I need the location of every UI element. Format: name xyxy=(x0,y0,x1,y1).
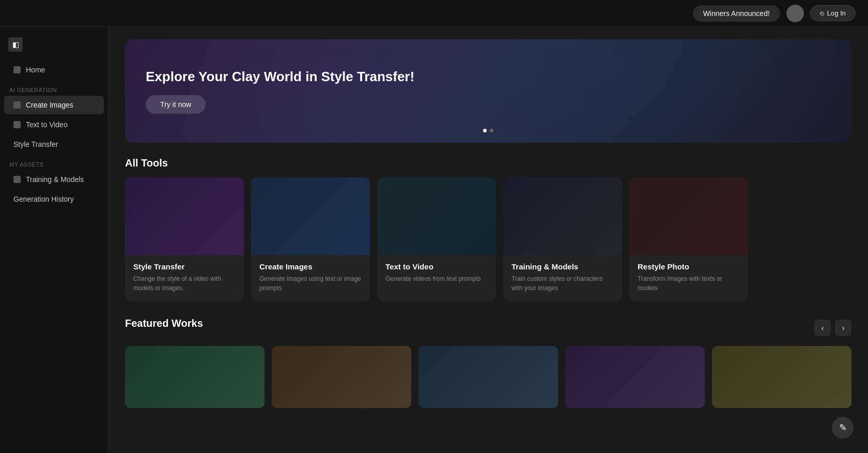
work-card[interactable] xyxy=(565,346,705,408)
tool-card-body: Create Images Generate images using text… xyxy=(251,255,370,301)
featured-header: Featured Works ‹ › xyxy=(125,318,851,338)
tool-card-desc: Train custom styles or characters with y… xyxy=(512,274,614,293)
home-icon xyxy=(13,66,21,73)
work-card[interactable] xyxy=(125,346,265,408)
winners-button[interactable]: Winners Announced! xyxy=(693,5,780,22)
sidebar-item-label: Text to Video xyxy=(26,120,68,129)
tool-card-title: Style Transfer xyxy=(133,262,236,271)
tool-card-image xyxy=(503,177,622,255)
text-to-video-icon xyxy=(13,121,21,128)
sidebar: ◧ Home AI Generation Create Images Text … xyxy=(0,27,109,453)
sidebar-section-ai-generation: AI Generation xyxy=(0,80,108,95)
main-content: Explore Your Clay World in Style Transfe… xyxy=(109,27,868,453)
tool-card-desc: Transform images with texts or models xyxy=(638,274,740,293)
sidebar-item-label: Create Images xyxy=(26,101,73,109)
style-transfer-label: Style Transfer xyxy=(13,140,58,148)
tool-card-style-transfer[interactable]: Style Transfer Change the style of a vid… xyxy=(125,177,244,301)
sidebar-item-label: Home xyxy=(26,66,45,74)
sidebar-item-training-models[interactable]: Training & Models xyxy=(4,170,104,189)
prev-icon: ‹ xyxy=(822,324,824,332)
tool-card-desc: Generate videos from text prompts xyxy=(385,274,488,283)
topbar: Winners Announced! ⎋ Log In xyxy=(0,0,868,27)
hero-banner: Explore Your Clay World in Style Transfe… xyxy=(125,39,851,143)
hero-try-button[interactable]: Try it now xyxy=(146,95,206,114)
featured-works-grid xyxy=(125,346,851,408)
hero-dots xyxy=(483,129,493,132)
tool-card-body: Restyle Photo Transform images with text… xyxy=(629,255,748,301)
tool-card-body: Training & Models Train custom styles or… xyxy=(503,255,622,301)
sidebar-item-label: Training & Models xyxy=(26,175,84,184)
tool-card-body: Text to Video Generate videos from text … xyxy=(377,255,496,292)
tool-card-image xyxy=(629,177,748,255)
tool-card-desc: Generate images using text or image prom… xyxy=(259,274,362,293)
tool-card-title: Restyle Photo xyxy=(638,262,740,271)
tool-card-body: Style Transfer Change the style of a vid… xyxy=(125,255,244,301)
tools-grid: Style Transfer Change the style of a vid… xyxy=(125,177,851,301)
create-images-icon xyxy=(13,101,21,109)
next-icon: › xyxy=(842,324,845,332)
sidebar-logo: ◧ xyxy=(0,35,108,60)
hero-btn-label: Try it now xyxy=(160,100,191,109)
logo-icon: ◧ xyxy=(8,37,23,52)
tool-card-training-models[interactable]: Training & Models Train custom styles or… xyxy=(503,177,622,301)
login-button[interactable]: ⎋ Log In xyxy=(810,5,856,21)
featured-next-button[interactable]: › xyxy=(835,320,851,336)
tool-card-restyle-photo[interactable]: Restyle Photo Transform images with text… xyxy=(629,177,748,301)
login-icon: ⎋ xyxy=(820,9,824,17)
login-label: Log In xyxy=(827,9,846,17)
feedback-button[interactable]: ✎ xyxy=(832,417,854,439)
tool-card-title: Training & Models xyxy=(512,262,614,271)
featured-section-title: Featured Works xyxy=(125,318,203,329)
tool-card-desc: Change the style of a video with models … xyxy=(133,274,236,293)
featured-nav: ‹ › xyxy=(814,320,851,336)
training-icon xyxy=(13,176,21,183)
hero-dot-1[interactable] xyxy=(483,129,487,132)
sidebar-item-text-to-video[interactable]: Text to Video xyxy=(4,115,104,134)
tool-card-create-images[interactable]: Create Images Generate images using text… xyxy=(251,177,370,301)
sidebar-item-home[interactable]: Home xyxy=(4,61,104,79)
tool-card-text-to-video[interactable]: Text to Video Generate videos from text … xyxy=(377,177,496,301)
hero-dot-2[interactable] xyxy=(490,129,493,132)
work-card[interactable] xyxy=(419,346,558,408)
work-card[interactable] xyxy=(272,346,411,408)
feedback-icon: ✎ xyxy=(839,422,847,433)
tool-card-title: Create Images xyxy=(259,262,362,271)
featured-prev-button[interactable]: ‹ xyxy=(814,320,831,336)
tool-card-title: Text to Video xyxy=(385,262,488,271)
generation-history-label: Generation History xyxy=(13,195,74,203)
sidebar-item-generation-history[interactable]: Generation History xyxy=(4,190,104,208)
work-card[interactable] xyxy=(712,346,851,408)
sidebar-section-my-assets: My Assets xyxy=(0,154,108,170)
tool-card-image xyxy=(377,177,496,255)
sidebar-item-style-transfer[interactable]: Style Transfer xyxy=(4,135,104,154)
tool-card-image xyxy=(125,177,244,255)
sidebar-item-create-images[interactable]: Create Images xyxy=(4,96,104,114)
app-layout: ◧ Home AI Generation Create Images Text … xyxy=(0,27,868,453)
winners-label: Winners Announced! xyxy=(703,9,770,18)
hero-title: Explore Your Clay World in Style Transfe… xyxy=(146,69,831,85)
avatar[interactable] xyxy=(786,5,804,22)
tools-section-title: All Tools xyxy=(125,157,851,169)
tool-card-image xyxy=(251,177,370,255)
